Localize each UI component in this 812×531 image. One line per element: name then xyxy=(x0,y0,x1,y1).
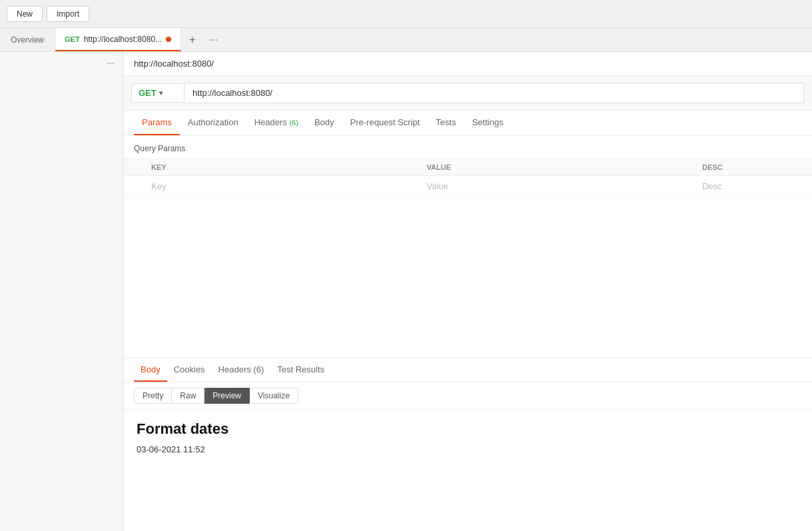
url-input[interactable] xyxy=(185,83,804,103)
fmt-pretty-button[interactable]: Pretty xyxy=(134,388,172,404)
tab-modified-dot xyxy=(166,37,171,42)
new-button[interactable]: New xyxy=(7,6,43,22)
sidebar-more-area: ··· xyxy=(0,52,123,73)
tab-overview[interactable]: Overview xyxy=(0,28,55,51)
resp-tab-test-results[interactable]: Test Results xyxy=(270,358,331,382)
params-section: Query Params KEY VALUE DESC Key Value xyxy=(123,136,812,358)
method-select[interactable]: GET ▾ xyxy=(131,83,185,103)
fmt-preview-button[interactable]: Preview xyxy=(204,388,250,404)
tab-pre-request[interactable]: Pre-request Script xyxy=(342,111,428,135)
row-value-placeholder[interactable]: Value xyxy=(419,176,695,197)
tab-bar: Overview GET http://localhost:8080... + … xyxy=(0,28,812,52)
tab-more-button[interactable]: ··· xyxy=(203,28,222,51)
fmt-raw-button[interactable]: Raw xyxy=(172,388,204,404)
url-display: http://localhost:8080/ xyxy=(123,52,812,76)
headers-badge: (6) xyxy=(289,119,298,127)
response-section: Body Cookies Headers (6) Test Results Pr… xyxy=(123,358,812,531)
row-checkbox xyxy=(123,176,143,197)
col-desc: DESC xyxy=(694,159,812,176)
method-label: GET xyxy=(139,88,157,98)
tab-tests[interactable]: Tests xyxy=(428,111,464,135)
col-value: VALUE xyxy=(419,159,695,176)
response-tabs: Body Cookies Headers (6) Test Results xyxy=(123,358,812,382)
response-body: Format dates 03-06-2021 11:52 xyxy=(123,410,812,531)
row-desc-placeholder[interactable]: Desc xyxy=(694,176,812,197)
table-row: Key Value Desc xyxy=(123,176,812,197)
tab-headers[interactable]: Headers (6) xyxy=(246,111,306,135)
sidebar-more-button[interactable]: ··· xyxy=(107,57,115,68)
col-checkbox xyxy=(123,159,143,176)
import-button[interactable]: Import xyxy=(47,6,89,22)
tab-url-text: http://localhost:8080... xyxy=(84,35,162,44)
col-key: KEY xyxy=(143,159,419,176)
tab-body[interactable]: Body xyxy=(306,111,342,135)
resp-tab-cookies[interactable]: Cookies xyxy=(167,358,212,382)
tab-method-badge: GET xyxy=(65,35,80,43)
sidebar: ··· xyxy=(0,52,123,531)
resp-tab-body[interactable]: Body xyxy=(134,358,167,382)
fmt-visualize-button[interactable]: Visualize xyxy=(250,388,298,404)
top-bar: New Import xyxy=(0,0,812,28)
response-preview-title: Format dates xyxy=(137,420,799,438)
request-panel: http://localhost:8080/ GET ▾ Params Auth… xyxy=(123,52,812,531)
tab-settings[interactable]: Settings xyxy=(464,111,512,135)
format-buttons: Pretty Raw Preview Visualize xyxy=(123,382,812,410)
resp-tab-headers[interactable]: Headers (6) xyxy=(212,358,271,382)
tab-params[interactable]: Params xyxy=(134,111,180,135)
params-table: KEY VALUE DESC Key Value Desc xyxy=(123,159,812,197)
query-params-label: Query Params xyxy=(123,136,812,159)
request-input-row: GET ▾ xyxy=(123,76,812,111)
response-preview-date: 03-06-2021 11:52 xyxy=(137,444,799,454)
main-layout: ··· http://localhost:8080/ GET ▾ Params … xyxy=(0,52,812,531)
tab-add-button[interactable]: + xyxy=(181,28,203,51)
method-chevron-icon: ▾ xyxy=(159,89,163,97)
tab-request-get[interactable]: GET http://localhost:8080... xyxy=(55,28,181,51)
request-tabs: Params Authorization Headers (6) Body Pr… xyxy=(123,111,812,136)
row-key-placeholder[interactable]: Key xyxy=(143,176,419,197)
tab-authorization[interactable]: Authorization xyxy=(180,111,246,135)
